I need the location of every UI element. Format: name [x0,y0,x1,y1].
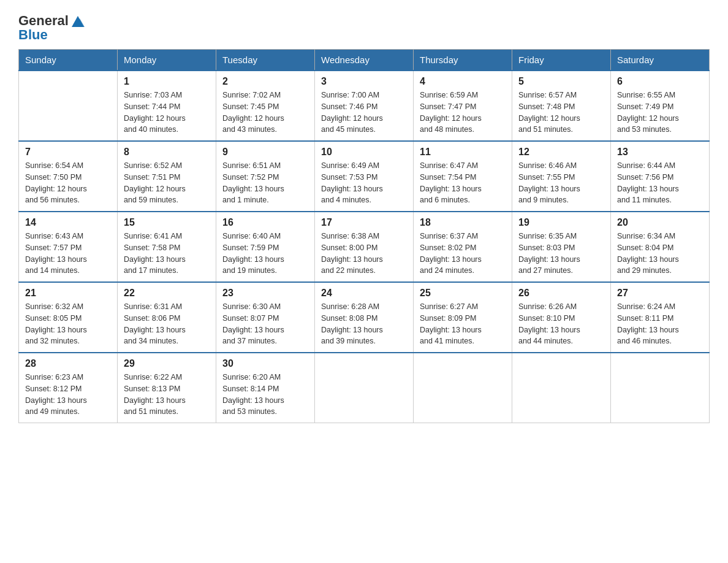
calendar-cell [414,353,512,423]
day-header-sunday: Sunday [19,50,118,71]
day-number: 29 [124,358,210,369]
calendar-cell: 15Sunrise: 6:41 AMSunset: 7:58 PMDayligh… [118,212,216,282]
calendar-cell: 13Sunrise: 6:44 AMSunset: 7:56 PMDayligh… [611,141,710,212]
day-info: Sunrise: 6:20 AMSunset: 8:14 PMDaylight:… [222,372,308,418]
day-info: Sunrise: 6:27 AMSunset: 8:09 PMDaylight:… [420,301,506,347]
day-number: 16 [222,217,308,228]
day-info: Sunrise: 6:38 AMSunset: 8:00 PMDaylight:… [321,231,407,277]
day-info: Sunrise: 6:47 AMSunset: 7:54 PMDaylight:… [420,160,506,206]
calendar-cell: 1Sunrise: 7:03 AMSunset: 7:44 PMDaylight… [118,71,216,141]
day-number: 15 [124,217,210,228]
day-info: Sunrise: 6:24 AMSunset: 8:11 PMDaylight:… [617,301,703,347]
day-info: Sunrise: 6:23 AMSunset: 8:12 PMDaylight:… [25,372,111,418]
day-info: Sunrise: 6:35 AMSunset: 8:03 PMDaylight:… [518,231,604,277]
day-info: Sunrise: 7:00 AMSunset: 7:46 PMDaylight:… [321,90,407,136]
day-info: Sunrise: 6:49 AMSunset: 7:53 PMDaylight:… [321,160,407,206]
day-header-tuesday: Tuesday [216,50,315,71]
day-number: 5 [518,76,604,87]
calendar-cell [19,71,118,141]
day-number: 1 [124,76,210,87]
calendar-cell: 19Sunrise: 6:35 AMSunset: 8:03 PMDayligh… [512,212,611,282]
calendar-table: SundayMondayTuesdayWednesdayThursdayFrid… [18,49,710,423]
calendar-cell: 5Sunrise: 6:57 AMSunset: 7:48 PMDaylight… [512,71,611,141]
calendar-cell: 16Sunrise: 6:40 AMSunset: 7:59 PMDayligh… [216,212,315,282]
calendar-cell: 14Sunrise: 6:43 AMSunset: 7:57 PMDayligh… [19,212,118,282]
day-info: Sunrise: 6:54 AMSunset: 7:50 PMDaylight:… [25,160,111,206]
calendar-cell: 25Sunrise: 6:27 AMSunset: 8:09 PMDayligh… [414,282,512,353]
day-number: 9 [222,147,308,158]
day-number: 22 [124,288,210,299]
day-info: Sunrise: 6:59 AMSunset: 7:47 PMDaylight:… [420,90,506,136]
calendar-cell: 3Sunrise: 7:00 AMSunset: 7:46 PMDaylight… [315,71,414,141]
day-number: 14 [25,217,111,228]
week-row-2: 7Sunrise: 6:54 AMSunset: 7:50 PMDaylight… [19,141,710,212]
calendar-cell: 30Sunrise: 6:20 AMSunset: 8:14 PMDayligh… [216,353,315,423]
day-number: 12 [518,147,604,158]
day-info: Sunrise: 6:28 AMSunset: 8:08 PMDaylight:… [321,301,407,347]
day-number: 18 [420,217,506,228]
week-row-3: 14Sunrise: 6:43 AMSunset: 7:57 PMDayligh… [19,212,710,282]
week-row-1: 1Sunrise: 7:03 AMSunset: 7:44 PMDaylight… [19,71,710,141]
day-info: Sunrise: 6:43 AMSunset: 7:57 PMDaylight:… [25,231,111,277]
day-number: 11 [420,147,506,158]
day-header-saturday: Saturday [611,50,710,71]
day-number: 10 [321,147,407,158]
day-number: 2 [222,76,308,87]
calendar-cell [315,353,414,423]
day-number: 21 [25,288,111,299]
day-number: 20 [617,217,703,228]
day-number: 6 [617,76,703,87]
day-header-thursday: Thursday [414,50,512,71]
calendar-cell: 20Sunrise: 6:34 AMSunset: 8:04 PMDayligh… [611,212,710,282]
day-info: Sunrise: 6:51 AMSunset: 7:52 PMDaylight:… [222,160,308,206]
calendar-cell: 27Sunrise: 6:24 AMSunset: 8:11 PMDayligh… [611,282,710,353]
day-info: Sunrise: 6:44 AMSunset: 7:56 PMDaylight:… [617,160,703,206]
calendar-cell: 12Sunrise: 6:46 AMSunset: 7:55 PMDayligh… [512,141,611,212]
calendar-cell: 24Sunrise: 6:28 AMSunset: 8:08 PMDayligh… [315,282,414,353]
day-info: Sunrise: 6:26 AMSunset: 8:10 PMDaylight:… [518,301,604,347]
calendar-cell: 22Sunrise: 6:31 AMSunset: 8:06 PMDayligh… [118,282,216,353]
day-info: Sunrise: 6:34 AMSunset: 8:04 PMDaylight:… [617,231,703,277]
day-header-wednesday: Wednesday [315,50,414,71]
day-info: Sunrise: 6:41 AMSunset: 7:58 PMDaylight:… [124,231,210,277]
day-number: 25 [420,288,506,299]
day-info: Sunrise: 6:30 AMSunset: 8:07 PMDaylight:… [222,301,308,347]
week-row-4: 21Sunrise: 6:32 AMSunset: 8:05 PMDayligh… [19,282,710,353]
day-info: Sunrise: 6:22 AMSunset: 8:13 PMDaylight:… [124,372,210,418]
logo-triangle-icon [70,13,86,29]
calendar-cell: 29Sunrise: 6:22 AMSunset: 8:13 PMDayligh… [118,353,216,423]
calendar-cell: 2Sunrise: 7:02 AMSunset: 7:45 PMDaylight… [216,71,315,141]
day-info: Sunrise: 6:52 AMSunset: 7:51 PMDaylight:… [124,160,210,206]
day-info: Sunrise: 6:31 AMSunset: 8:06 PMDaylight:… [124,301,210,347]
day-number: 30 [222,358,308,369]
calendar-cell: 26Sunrise: 6:26 AMSunset: 8:10 PMDayligh… [512,282,611,353]
calendar-cell: 17Sunrise: 6:38 AMSunset: 8:00 PMDayligh… [315,212,414,282]
day-header-friday: Friday [512,50,611,71]
calendar-cell: 6Sunrise: 6:55 AMSunset: 7:49 PMDaylight… [611,71,710,141]
calendar-cell: 10Sunrise: 6:49 AMSunset: 7:53 PMDayligh… [315,141,414,212]
day-number: 26 [518,288,604,299]
calendar-cell: 7Sunrise: 6:54 AMSunset: 7:50 PMDaylight… [19,141,118,212]
calendar-cell: 4Sunrise: 6:59 AMSunset: 7:47 PMDaylight… [414,71,512,141]
days-header-row: SundayMondayTuesdayWednesdayThursdayFrid… [19,50,710,71]
logo: General Blue [18,12,86,43]
day-number: 27 [617,288,703,299]
day-info: Sunrise: 7:02 AMSunset: 7:45 PMDaylight:… [222,90,308,136]
day-number: 17 [321,217,407,228]
day-number: 13 [617,147,703,158]
week-row-5: 28Sunrise: 6:23 AMSunset: 8:12 PMDayligh… [19,353,710,423]
day-header-monday: Monday [118,50,216,71]
calendar-cell: 8Sunrise: 6:52 AMSunset: 7:51 PMDaylight… [118,141,216,212]
day-number: 8 [124,147,210,158]
calendar-cell [611,353,710,423]
calendar-cell: 9Sunrise: 6:51 AMSunset: 7:52 PMDaylight… [216,141,315,212]
day-number: 4 [420,76,506,87]
day-number: 28 [25,358,111,369]
day-info: Sunrise: 6:46 AMSunset: 7:55 PMDaylight:… [518,160,604,206]
calendar-cell: 23Sunrise: 6:30 AMSunset: 8:07 PMDayligh… [216,282,315,353]
day-info: Sunrise: 6:57 AMSunset: 7:48 PMDaylight:… [518,90,604,136]
calendar-cell: 18Sunrise: 6:37 AMSunset: 8:02 PMDayligh… [414,212,512,282]
day-number: 23 [222,288,308,299]
day-number: 3 [321,76,407,87]
day-info: Sunrise: 6:55 AMSunset: 7:49 PMDaylight:… [617,90,703,136]
